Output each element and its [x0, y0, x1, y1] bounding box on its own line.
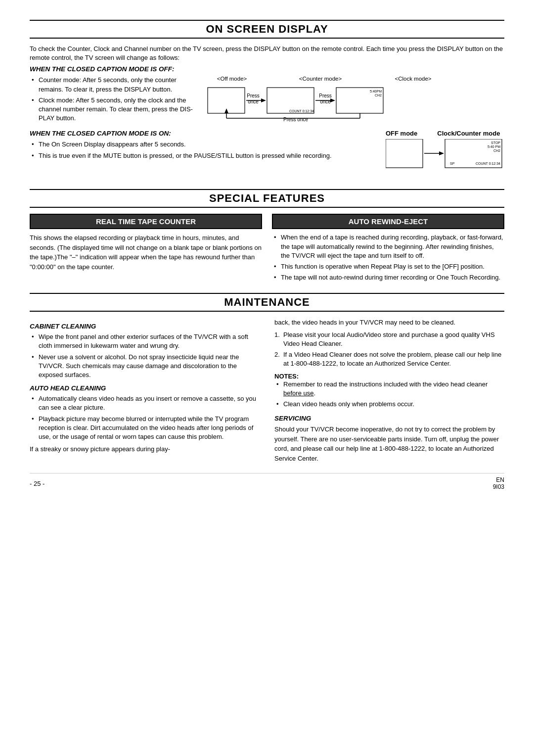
svg-text:CH2: CH2: [375, 94, 382, 97]
svg-text:5:40PM: 5:40PM: [370, 90, 382, 93]
cabinet-bullet-1: Wipe the front panel and other exterior …: [32, 332, 260, 350]
bullet-clock-mode: Clock mode: After 5 seconds, only the cl…: [32, 96, 198, 123]
real-time-col: Real Time Tape Counter This shows the el…: [30, 214, 262, 284]
off-mode-header: OFF mode: [386, 130, 417, 137]
off-mode-bullets: Counter mode: After 5 seconds, only the …: [30, 76, 198, 123]
svg-rect-19: [386, 139, 423, 168]
auto-head-bullets: Automatically cleans video heads as you …: [30, 394, 260, 441]
mode-headers: OFF mode Clock/Counter mode: [386, 130, 504, 137]
page-title: On Screen Display: [30, 20, 504, 39]
notes-bullet-1: Remember to read the instructions includ…: [276, 380, 504, 398]
cc-diagram-svg: STOP 5:40 PM CH2 SP COUNT 0:12:34: [386, 139, 504, 179]
clock-counter-mode-header: Clock/Counter mode: [437, 130, 500, 137]
page-footer: - 25 - EN 9I03: [30, 473, 504, 490]
footer-lang: EN: [496, 476, 504, 483]
counter-mode-label: <Counter mode>: [296, 76, 345, 82]
auto-head-title: Auto Head Cleaning: [30, 384, 260, 392]
cc-on-label: WHEN THE CLOSED CAPTION MODE IS ON:: [30, 130, 376, 137]
svg-text:once: once: [248, 99, 259, 104]
features-grid: Real Time Tape Counter This shows the el…: [30, 214, 504, 284]
auto-rewind-bullet-1: When the end of a tape is reached during…: [274, 233, 504, 260]
cabinet-cleaning-title: Cabinet Cleaning: [30, 323, 260, 330]
svg-text:COUNT 0:12:34: COUNT 0:12:34: [289, 109, 314, 113]
main-layout: Counter mode: After 5 seconds, only the …: [30, 76, 504, 125]
notes-bullet-2: Clean video heads only when problems occ…: [276, 400, 504, 409]
servicing-title: Servicing: [274, 415, 504, 422]
intro-text: To check the Counter, Clock and Channel …: [30, 45, 504, 62]
footer-page: - 25 -: [30, 480, 44, 487]
maintenance-section: Maintenance Cabinet Cleaning Wipe the fr…: [30, 293, 504, 463]
maint-right: back, the video heads in your TV/VCR may…: [274, 318, 504, 463]
cc-left: WHEN THE CLOSED CAPTION MODE IS ON: The …: [30, 130, 376, 180]
auto-rewind-bullets: When the end of a tape is reached during…: [272, 233, 504, 282]
notes-bullets: Remember to read the instructions includ…: [274, 380, 504, 409]
auto-head-bullet-2: Playback picture may become blurred or i…: [32, 415, 260, 442]
cabinet-bullets: Wipe the front panel and other exterior …: [30, 332, 260, 379]
auto-head-continuation: If a streaky or snowy picture appears du…: [30, 444, 260, 454]
display-diagram-svg: Press once COUNT 0:12:34 Press once 5:40…: [208, 83, 455, 122]
numbered-item-2: 2.If a Video Head Cleaner does not solve…: [274, 350, 504, 368]
cabinet-bullet-2: Never use a solvent or alcohol. Do not s…: [32, 353, 260, 380]
svg-text:5:40 PM: 5:40 PM: [488, 145, 500, 148]
left-col: Counter mode: After 5 seconds, only the …: [30, 76, 198, 125]
maint-grid: Cabinet Cleaning Wipe the front panel an…: [30, 318, 504, 463]
diagram-area: <Off mode> <Counter mode> <Clock mode> P…: [208, 76, 504, 125]
cc-off-label: WHEN THE CLOSED CAPTION MODE IS OFF:: [30, 65, 504, 73]
numbered-item-1: 1.Please visit your local Audio/Video st…: [274, 331, 504, 348]
svg-text:STOP: STOP: [491, 141, 500, 144]
auto-rewind-col: Auto Rewind-Eject When the end of a tape…: [272, 214, 504, 284]
svg-marker-10: [330, 98, 335, 102]
cc-right: OFF mode Clock/Counter mode STOP 5:40 PM…: [386, 130, 504, 180]
svg-text:once: once: [320, 99, 331, 104]
svg-text:COUNT 0:12:34: COUNT 0:12:34: [476, 162, 500, 165]
real-time-header: Real Time Tape Counter: [30, 214, 262, 229]
auto-head-bullet-1: Automatically cleans video heads as you …: [32, 394, 260, 412]
svg-marker-4: [261, 98, 266, 102]
cc-on-bullet-1: The On Screen Display disappears after 5…: [32, 140, 376, 149]
auto-rewind-bullet-2: This function is operative when Repeat P…: [274, 262, 504, 271]
svg-marker-21: [439, 151, 444, 155]
off-mode-label: <Off mode>: [213, 76, 251, 82]
cc-on-section: WHEN THE CLOSED CAPTION MODE IS ON: The …: [30, 130, 504, 180]
auto-rewind-header: Auto Rewind-Eject: [272, 214, 504, 229]
svg-text:Press: Press: [247, 93, 260, 98]
cc-on-bullet-2: This is true even if the MUTE button is …: [32, 151, 376, 160]
svg-text:SP: SP: [450, 162, 455, 165]
bullet-counter-mode: Counter mode: After 5 seconds, only the …: [32, 76, 198, 94]
right-continuation: back, the video heads in your TV/VCR may…: [274, 318, 504, 328]
svg-text:CH2: CH2: [493, 149, 500, 152]
servicing-text: Should your TV/VCR become inoperative, d…: [274, 425, 504, 463]
svg-text:Press: Press: [319, 93, 332, 98]
real-time-text: This shows the elapsed recording or play…: [30, 233, 262, 272]
footer-info: EN 9I03: [493, 476, 504, 490]
notes-label: NOTES:: [274, 373, 504, 380]
clock-mode-label: <Clock mode>: [390, 76, 437, 82]
auto-rewind-bullet-3: The tape will not auto-rewind during tim…: [274, 273, 504, 282]
cc-on-bullets: The On Screen Display disappears after 5…: [30, 140, 376, 160]
footer-code: 9I03: [493, 483, 504, 490]
special-features-title: Special Features: [30, 189, 504, 208]
maint-left: Cabinet Cleaning Wipe the front panel an…: [30, 318, 260, 463]
special-features-section: Special Features Real Time Tape Counter …: [30, 189, 504, 284]
svg-text:Press once: Press once: [283, 117, 308, 122]
maintenance-title: Maintenance: [30, 293, 504, 312]
numbered-list: 1.Please visit your local Audio/Video st…: [274, 331, 504, 369]
cc-layout: WHEN THE CLOSED CAPTION MODE IS ON: The …: [30, 130, 504, 180]
